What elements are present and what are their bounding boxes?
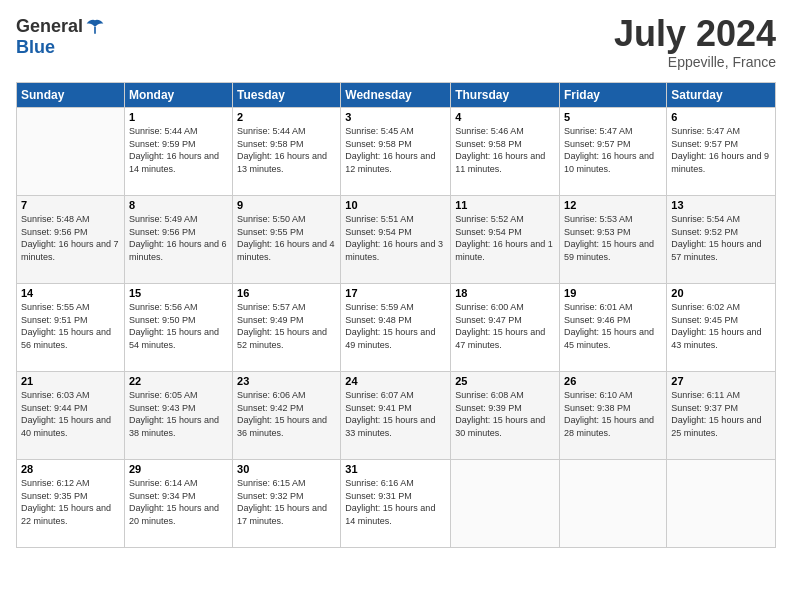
day-number: 25 bbox=[455, 375, 555, 387]
day-number: 5 bbox=[564, 111, 662, 123]
day-number: 19 bbox=[564, 287, 662, 299]
calendar-day-cell: 11Sunrise: 5:52 AMSunset: 9:54 PMDayligh… bbox=[451, 196, 560, 284]
day-number: 20 bbox=[671, 287, 771, 299]
calendar-day-cell: 16Sunrise: 5:57 AMSunset: 9:49 PMDayligh… bbox=[233, 284, 341, 372]
header: General Blue July 2024 Eppeville, France bbox=[16, 16, 776, 70]
day-of-week-header: Monday bbox=[124, 83, 232, 108]
calendar-day-cell: 17Sunrise: 5:59 AMSunset: 9:48 PMDayligh… bbox=[341, 284, 451, 372]
day-info: Sunrise: 5:47 AMSunset: 9:57 PMDaylight:… bbox=[564, 125, 662, 175]
calendar-day-cell: 20Sunrise: 6:02 AMSunset: 9:45 PMDayligh… bbox=[667, 284, 776, 372]
calendar-day-cell: 27Sunrise: 6:11 AMSunset: 9:37 PMDayligh… bbox=[667, 372, 776, 460]
calendar-day-cell: 23Sunrise: 6:06 AMSunset: 9:42 PMDayligh… bbox=[233, 372, 341, 460]
location-subtitle: Eppeville, France bbox=[614, 54, 776, 70]
calendar-day-cell: 1Sunrise: 5:44 AMSunset: 9:59 PMDaylight… bbox=[124, 108, 232, 196]
calendar-week-row: 21Sunrise: 6:03 AMSunset: 9:44 PMDayligh… bbox=[17, 372, 776, 460]
day-number: 15 bbox=[129, 287, 228, 299]
calendar-day-cell: 21Sunrise: 6:03 AMSunset: 9:44 PMDayligh… bbox=[17, 372, 125, 460]
day-number: 10 bbox=[345, 199, 446, 211]
day-of-week-header: Saturday bbox=[667, 83, 776, 108]
calendar-week-row: 1Sunrise: 5:44 AMSunset: 9:59 PMDaylight… bbox=[17, 108, 776, 196]
day-number: 18 bbox=[455, 287, 555, 299]
title-section: July 2024 Eppeville, France bbox=[614, 16, 776, 70]
day-number: 11 bbox=[455, 199, 555, 211]
calendar-table: SundayMondayTuesdayWednesdayThursdayFrid… bbox=[16, 82, 776, 548]
calendar-day-cell: 3Sunrise: 5:45 AMSunset: 9:58 PMDaylight… bbox=[341, 108, 451, 196]
day-number: 22 bbox=[129, 375, 228, 387]
logo-blue-text: Blue bbox=[16, 37, 55, 58]
calendar-day-cell: 24Sunrise: 6:07 AMSunset: 9:41 PMDayligh… bbox=[341, 372, 451, 460]
day-info: Sunrise: 6:00 AMSunset: 9:47 PMDaylight:… bbox=[455, 301, 555, 351]
calendar-day-cell: 15Sunrise: 5:56 AMSunset: 9:50 PMDayligh… bbox=[124, 284, 232, 372]
logo-general-text: General bbox=[16, 16, 83, 37]
day-number: 28 bbox=[21, 463, 120, 475]
day-number: 3 bbox=[345, 111, 446, 123]
calendar-day-cell: 5Sunrise: 5:47 AMSunset: 9:57 PMDaylight… bbox=[560, 108, 667, 196]
day-of-week-header: Wednesday bbox=[341, 83, 451, 108]
day-info: Sunrise: 6:01 AMSunset: 9:46 PMDaylight:… bbox=[564, 301, 662, 351]
day-info: Sunrise: 5:47 AMSunset: 9:57 PMDaylight:… bbox=[671, 125, 771, 175]
day-of-week-header: Friday bbox=[560, 83, 667, 108]
day-number: 26 bbox=[564, 375, 662, 387]
day-number: 24 bbox=[345, 375, 446, 387]
day-of-week-header: Sunday bbox=[17, 83, 125, 108]
day-number: 30 bbox=[237, 463, 336, 475]
day-number: 27 bbox=[671, 375, 771, 387]
logo-bird-icon bbox=[85, 17, 105, 37]
calendar-day-cell: 4Sunrise: 5:46 AMSunset: 9:58 PMDaylight… bbox=[451, 108, 560, 196]
calendar-day-cell: 8Sunrise: 5:49 AMSunset: 9:56 PMDaylight… bbox=[124, 196, 232, 284]
day-number: 23 bbox=[237, 375, 336, 387]
day-info: Sunrise: 5:55 AMSunset: 9:51 PMDaylight:… bbox=[21, 301, 120, 351]
day-info: Sunrise: 5:44 AMSunset: 9:59 PMDaylight:… bbox=[129, 125, 228, 175]
day-info: Sunrise: 5:59 AMSunset: 9:48 PMDaylight:… bbox=[345, 301, 446, 351]
day-number: 12 bbox=[564, 199, 662, 211]
day-of-week-header: Thursday bbox=[451, 83, 560, 108]
day-info: Sunrise: 5:52 AMSunset: 9:54 PMDaylight:… bbox=[455, 213, 555, 263]
day-number: 8 bbox=[129, 199, 228, 211]
calendar-day-cell: 30Sunrise: 6:15 AMSunset: 9:32 PMDayligh… bbox=[233, 460, 341, 548]
day-info: Sunrise: 6:03 AMSunset: 9:44 PMDaylight:… bbox=[21, 389, 120, 439]
day-info: Sunrise: 5:50 AMSunset: 9:55 PMDaylight:… bbox=[237, 213, 336, 263]
calendar-day-cell: 19Sunrise: 6:01 AMSunset: 9:46 PMDayligh… bbox=[560, 284, 667, 372]
day-info: Sunrise: 6:14 AMSunset: 9:34 PMDaylight:… bbox=[129, 477, 228, 527]
day-number: 13 bbox=[671, 199, 771, 211]
day-info: Sunrise: 6:02 AMSunset: 9:45 PMDaylight:… bbox=[671, 301, 771, 351]
calendar-week-row: 28Sunrise: 6:12 AMSunset: 9:35 PMDayligh… bbox=[17, 460, 776, 548]
day-info: Sunrise: 5:53 AMSunset: 9:53 PMDaylight:… bbox=[564, 213, 662, 263]
day-info: Sunrise: 6:06 AMSunset: 9:42 PMDaylight:… bbox=[237, 389, 336, 439]
day-info: Sunrise: 5:45 AMSunset: 9:58 PMDaylight:… bbox=[345, 125, 446, 175]
calendar-day-cell: 25Sunrise: 6:08 AMSunset: 9:39 PMDayligh… bbox=[451, 372, 560, 460]
day-info: Sunrise: 6:07 AMSunset: 9:41 PMDaylight:… bbox=[345, 389, 446, 439]
calendar-day-cell bbox=[560, 460, 667, 548]
day-info: Sunrise: 6:12 AMSunset: 9:35 PMDaylight:… bbox=[21, 477, 120, 527]
calendar-day-cell: 18Sunrise: 6:00 AMSunset: 9:47 PMDayligh… bbox=[451, 284, 560, 372]
day-number: 6 bbox=[671, 111, 771, 123]
day-info: Sunrise: 5:48 AMSunset: 9:56 PMDaylight:… bbox=[21, 213, 120, 263]
day-info: Sunrise: 6:05 AMSunset: 9:43 PMDaylight:… bbox=[129, 389, 228, 439]
calendar-week-row: 7Sunrise: 5:48 AMSunset: 9:56 PMDaylight… bbox=[17, 196, 776, 284]
calendar-day-cell: 13Sunrise: 5:54 AMSunset: 9:52 PMDayligh… bbox=[667, 196, 776, 284]
calendar-day-cell: 22Sunrise: 6:05 AMSunset: 9:43 PMDayligh… bbox=[124, 372, 232, 460]
day-info: Sunrise: 5:49 AMSunset: 9:56 PMDaylight:… bbox=[129, 213, 228, 263]
day-number: 4 bbox=[455, 111, 555, 123]
calendar-header-row: SundayMondayTuesdayWednesdayThursdayFrid… bbox=[17, 83, 776, 108]
day-number: 31 bbox=[345, 463, 446, 475]
calendar-day-cell: 26Sunrise: 6:10 AMSunset: 9:38 PMDayligh… bbox=[560, 372, 667, 460]
day-number: 2 bbox=[237, 111, 336, 123]
day-info: Sunrise: 5:44 AMSunset: 9:58 PMDaylight:… bbox=[237, 125, 336, 175]
calendar-day-cell: 10Sunrise: 5:51 AMSunset: 9:54 PMDayligh… bbox=[341, 196, 451, 284]
calendar-day-cell: 2Sunrise: 5:44 AMSunset: 9:58 PMDaylight… bbox=[233, 108, 341, 196]
logo: General Blue bbox=[16, 16, 105, 58]
day-info: Sunrise: 6:16 AMSunset: 9:31 PMDaylight:… bbox=[345, 477, 446, 527]
calendar-day-cell: 31Sunrise: 6:16 AMSunset: 9:31 PMDayligh… bbox=[341, 460, 451, 548]
day-of-week-header: Tuesday bbox=[233, 83, 341, 108]
calendar-day-cell bbox=[667, 460, 776, 548]
calendar-week-row: 14Sunrise: 5:55 AMSunset: 9:51 PMDayligh… bbox=[17, 284, 776, 372]
day-number: 9 bbox=[237, 199, 336, 211]
month-title: July 2024 bbox=[614, 16, 776, 52]
day-info: Sunrise: 6:08 AMSunset: 9:39 PMDaylight:… bbox=[455, 389, 555, 439]
day-number: 21 bbox=[21, 375, 120, 387]
day-number: 16 bbox=[237, 287, 336, 299]
calendar-day-cell: 9Sunrise: 5:50 AMSunset: 9:55 PMDaylight… bbox=[233, 196, 341, 284]
calendar-day-cell bbox=[451, 460, 560, 548]
day-info: Sunrise: 5:56 AMSunset: 9:50 PMDaylight:… bbox=[129, 301, 228, 351]
